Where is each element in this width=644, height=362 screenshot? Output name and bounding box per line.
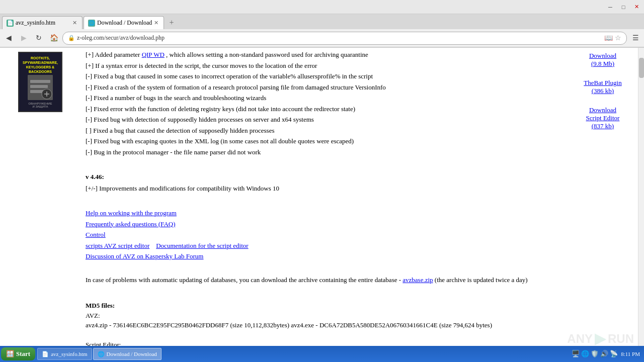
tab-download[interactable]: 🌐 Download / Download ✕	[84, 16, 164, 29]
url-display: z-oleg.com/secur/avz/download.php	[77, 34, 602, 42]
avzbase-link[interactable]: avzbase.zip	[403, 276, 433, 284]
tab-icon-download: 🌐	[88, 20, 95, 27]
tab-label-download: Download / Download	[97, 19, 152, 27]
bookmark-icon[interactable]: ☆	[615, 34, 621, 42]
thebat-plugin-link[interactable]: TheBat Plugin(386 kb)	[573, 79, 633, 95]
download-script-editor-link[interactable]: DownloadScript Editor(837 kb)	[573, 106, 633, 130]
scrollbar-thumb[interactable]	[639, 58, 644, 78]
discussion-link[interactable]: Discussion of AVZ on Kaspersky Lab Forum	[86, 252, 203, 260]
avz-zip-line: avz4.zip - 736146EC6BC2E95FC295B0462FDD6…	[86, 320, 562, 330]
security-icon: 🔒	[68, 35, 75, 41]
book-title: ROOTKITS,SPYWARE/ADWARE,KEYLOGGERS &BACK…	[23, 56, 58, 74]
changelog-line-4: [-] Fixed a crash of the system of forma…	[86, 82, 562, 93]
new-tab-button[interactable]: +	[165, 16, 178, 29]
reader-mode-icon[interactable]: 📖	[604, 34, 613, 42]
help-link-line: Help on working with the program	[86, 208, 562, 218]
changelog-line-10: [-] Bug in the protocol manager - the fi…	[86, 147, 562, 157]
home-button[interactable]: 🏠	[47, 32, 60, 45]
control-link-line: Control	[86, 230, 562, 240]
faq-link[interactable]: Frequently asked questions (FAQ)	[86, 220, 175, 228]
book-cover-graphic	[28, 75, 53, 100]
archive-info2-text: (the archive is updated twice a day)	[435, 276, 528, 284]
changelog-line-8: [ ] Fixed a bug that caused the detectio…	[86, 126, 562, 136]
changelog-line-9: [-] Fixed bug with escaping quotes in th…	[86, 136, 562, 146]
page-wrapper: ROOTKITS,SPYWARE/ADWARE,KEYLOGGERS &BACK…	[0, 48, 644, 347]
taskbar: 🪟 Start 📄 avz_sysinfo.htm 🌐 Download / D…	[0, 346, 644, 347]
menu-button[interactable]: ☰	[629, 32, 642, 45]
changelog-line-6: [-] Fixed error with the function of del…	[86, 104, 562, 114]
address-bar[interactable]: 🔒 z-oleg.com/secur/avz/download.php 📖 ☆	[62, 32, 627, 45]
archive-info-text: In case of problems with automatic updat…	[86, 276, 401, 284]
documentation-link[interactable]: Documentation for the script editor	[156, 242, 248, 249]
version-446-line-1: [+/-] Improvements and modifications for…	[86, 184, 562, 194]
links-section: Help on working with the program Frequen…	[86, 208, 562, 261]
scripts-doc-link-line: scripts AVZ script editor Documentation …	[86, 241, 562, 251]
svg-rect-1	[30, 80, 50, 83]
changelog-line-5: [-] Fixed a number of bugs in the search…	[86, 93, 562, 103]
tab-bar: 📄 avz_sysinfo.htm ✕ 🌐 Download / Downloa…	[0, 14, 644, 29]
reload-button[interactable]: ↻	[32, 32, 45, 45]
nav-bar: ◀ ▶ ↻ 🏠 🔒 z-oleg.com/secur/avz/download.…	[0, 29, 644, 47]
title-bar: ─ □ ✕	[0, 0, 644, 14]
tab-close-download[interactable]: ✕	[152, 20, 159, 27]
title-bar-controls: ─ □ ✕	[605, 2, 642, 13]
md5-title: MD5 files:	[86, 301, 562, 311]
download-main-link[interactable]: Download(9.8 Mb)	[573, 52, 633, 68]
minimize-button[interactable]: ─	[605, 2, 616, 13]
discussion-link-line: Discussion of AVZ on Kaspersky Lab Forum	[86, 251, 562, 261]
forward-button[interactable]: ▶	[17, 32, 30, 45]
changelog-line-1: [+] Added parameter QIP WD , which allow…	[86, 50, 562, 60]
qip-wd-link[interactable]: QIP WD	[142, 51, 165, 58]
back-button[interactable]: ◀	[2, 32, 15, 45]
changelog-line-2: [+] If a syntax error is detected in the…	[86, 61, 562, 71]
browser-chrome: ─ □ ✕ 📄 avz_sysinfo.htm ✕ 🌐 Download / D…	[0, 0, 644, 48]
version-446-heading: v 4.46:	[86, 172, 562, 182]
svg-rect-2	[30, 85, 48, 88]
changelog-line-3: [-] Fixed a bug that caused in some case…	[86, 71, 562, 81]
tab-icon-avz: 📄	[7, 20, 14, 27]
book-cover-image: ROOTKITS,SPYWARE/ADWARE,KEYLOGGERS &BACK…	[18, 52, 62, 112]
tab-label-avz: avz_sysinfo.htm	[16, 19, 55, 27]
scrollbar[interactable]	[638, 48, 644, 347]
scripts-avz-link[interactable]: scripts AVZ script editor	[86, 242, 149, 249]
close-button[interactable]: ✕	[631, 2, 642, 13]
md5-section: MD5 files: AVZ: avz4.zip - 736146EC6BC2E…	[86, 301, 562, 347]
right-sidebar: Download(9.8 Mb) TheBat Plugin(386 kb) D…	[568, 48, 638, 347]
changelog-line-7: [-] Fixed bug with detection of supposed…	[86, 115, 562, 125]
control-link[interactable]: Control	[86, 231, 106, 238]
tab-avz-sysinfo[interactable]: 📄 avz_sysinfo.htm ✕	[2, 16, 83, 29]
main-content: [+] Added parameter QIP WD , which allow…	[80, 48, 568, 347]
avz-label: AVZ:	[86, 311, 562, 321]
book-subtitle: ОБНАРУЖЕНИЕИ ЗАЩИТА	[29, 102, 52, 108]
maximize-button[interactable]: □	[618, 2, 629, 13]
faq-link-line: Frequently asked questions (FAQ)	[86, 219, 562, 229]
left-sidebar: ROOTKITS,SPYWARE/ADWARE,KEYLOGGERS &BACK…	[0, 48, 80, 347]
tab-close-avz[interactable]: ✕	[71, 20, 78, 27]
archive-info-line: In case of problems with automatic updat…	[86, 275, 562, 285]
help-link[interactable]: Help on working with the program	[86, 209, 177, 217]
